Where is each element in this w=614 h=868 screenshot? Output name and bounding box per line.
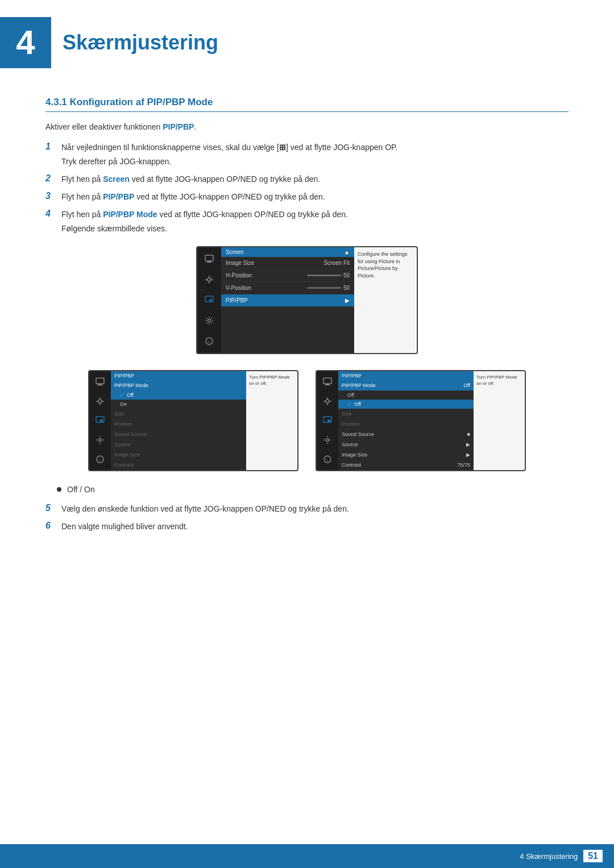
svg-point-3 xyxy=(208,278,211,281)
footer-chapter-label: 4 Skærmjustering xyxy=(520,852,578,861)
osd2-right-header: PIP/PBP xyxy=(338,371,474,380)
osd2-left-pip-mode: PIP/PBP Mode xyxy=(111,380,246,391)
osd-pip-left: i PIP/PBP PIP/PBP Mode ✓ Off On xyxy=(88,370,298,471)
osd-pip-pbp-arrow: ▶ xyxy=(345,297,350,304)
bullet-text: Off / On xyxy=(67,485,95,494)
chapter-title: Skærmjustering xyxy=(63,31,218,55)
svg-text:i: i xyxy=(327,458,328,463)
step-3-bold: PIP/PBP xyxy=(103,192,134,201)
bullet-list: Off / On xyxy=(57,485,569,494)
osd2-right-contrast-label: Contrast xyxy=(342,462,361,468)
osd2-settings-icon xyxy=(94,395,106,408)
svg-point-16 xyxy=(98,400,102,403)
osd2-left-main: PIP/PBP PIP/PBP Mode ✓ Off On Size Posit… xyxy=(111,371,246,470)
step-4-number: 4 xyxy=(45,209,61,219)
osd2-left-pip-mode-label: PIP/PBP Mode xyxy=(114,383,148,388)
step-5-text: Vælg den ønskede funktion ved at flytte … xyxy=(61,503,569,515)
step-1-text: Når vejledningen til funktionsknapperne … xyxy=(61,142,569,168)
osd2-right-sidebar: i xyxy=(317,371,338,470)
step-6: 6 Den valgte mulighed bliver anvendt. xyxy=(45,521,569,533)
screenshot-row-2: i PIP/PBP PIP/PBP Mode ✓ Off On xyxy=(45,370,569,471)
main-content: 4.3.1 Konfiguration af PIP/PBP Mode Akti… xyxy=(0,97,614,533)
chapter-number: 4 xyxy=(16,26,35,60)
osd2r-gear-icon xyxy=(321,434,334,446)
svg-rect-27 xyxy=(326,384,329,385)
intro-text: Aktiver eller deaktiver funktionen xyxy=(45,122,163,131)
osd2-right-source-label: Source xyxy=(342,442,358,447)
page-footer: 4 Skærmjustering 51 xyxy=(0,844,614,868)
step-5: 5 Vælg den ønskede funktion ved at flytt… xyxy=(45,503,569,515)
osd2-info-icon: i xyxy=(94,453,106,466)
step-1: 1 Når vejledningen til funktionsknappern… xyxy=(45,142,569,168)
step-2-text: Flyt hen på Screen ved at flytte JOG-kna… xyxy=(61,173,569,185)
osd-sidebar: i xyxy=(197,247,221,353)
osd2-right-dropdown: Off ✓ Off xyxy=(338,391,474,409)
osd-v-position: V-Position 50 xyxy=(221,282,354,294)
osd2-right-main: PIP/PBP PIP/PBP Mode Off Off ✓ Off Size xyxy=(338,371,474,470)
osd2-left-header: PIP/PBP xyxy=(111,371,246,380)
osd2-right-imagesize-arrow: ▶ xyxy=(466,452,470,458)
intro-suffix: . xyxy=(194,122,196,131)
svg-rect-1 xyxy=(208,261,211,262)
osd2-left-right-panel: Turn PIP/PBP Mode on or off. xyxy=(246,371,297,470)
osd2-right-sound-label: Sound Source xyxy=(342,431,374,437)
osd2r-info-icon: i xyxy=(321,453,334,466)
osd-right-info: Configure the settings for using Picture… xyxy=(354,247,417,353)
h-slider-track xyxy=(307,275,341,276)
osd2-left-source: Source xyxy=(111,439,246,450)
osd2-right-contrast-value: 75/75 xyxy=(457,462,470,468)
step-4-text: Flyt hen på PIP/PBP Mode ved at flytte J… xyxy=(61,209,569,235)
osd2-right-imagesize: Image Size ▶ xyxy=(338,450,474,460)
step-5-number: 5 xyxy=(45,503,61,513)
pip-icon xyxy=(203,294,215,306)
osd2-left-size: Size xyxy=(111,409,246,419)
osd2-pip-icon xyxy=(94,414,106,427)
svg-point-29 xyxy=(326,400,329,403)
osd2r-monitor-icon xyxy=(321,376,334,388)
osd-screen-header: Screen ▲ xyxy=(221,247,354,257)
osd2r-checkmark: ✓ xyxy=(347,401,352,407)
osd2r-off-option: Off xyxy=(338,391,474,400)
gear-icon xyxy=(203,314,215,327)
svg-point-36 xyxy=(326,439,329,442)
svg-rect-14 xyxy=(98,384,102,385)
osd2-left-imagesize: Image Size xyxy=(111,450,246,460)
osd-pip-pbp: PIP/PBP ▶ xyxy=(221,294,354,307)
step-2: 2 Flyt hen på Screen ved at flytte JOG-k… xyxy=(45,173,569,185)
osd2-right-imagesize-label: Image Size xyxy=(342,452,367,458)
osd2-monitor-icon xyxy=(94,376,106,388)
osd2-right-source-arrow: ▶ xyxy=(466,442,470,447)
step-2-bold: Screen xyxy=(103,175,130,184)
osd2r-pip-icon xyxy=(321,414,334,427)
svg-rect-15 xyxy=(97,385,103,385)
section-heading: 4.3.1 Konfiguration af PIP/PBP Mode xyxy=(45,97,569,112)
osd2-on-option: On xyxy=(111,400,246,409)
osd2-left-contrast: Contrast xyxy=(111,460,246,470)
osd2-right-panel-text: Turn PIP/PBP Mode on or off. xyxy=(476,375,517,386)
osd-main-panel: Screen ▲ Image Size Screen Fit H-Positio… xyxy=(221,247,354,353)
step-6-number: 6 xyxy=(45,521,61,531)
osd-v-position-value: 50 xyxy=(343,285,350,291)
intro-bold: PIP/PBP xyxy=(163,122,194,131)
osd2-right-pip-mode: PIP/PBP Mode Off xyxy=(338,380,474,391)
monitor-icon xyxy=(203,253,215,265)
screenshot-row-1: i Screen ▲ Image Size Screen Fit H-Posit… xyxy=(45,246,569,354)
svg-rect-0 xyxy=(205,255,213,261)
osd2-off-option: ✓ Off xyxy=(111,391,246,400)
osd2r-on-label: Off xyxy=(354,401,361,407)
osd2-off-label: Off xyxy=(127,392,134,398)
osd2-right-position: Position xyxy=(338,419,474,429)
step-3: 3 Flyt hen på PIP/PBP ved at flytte JOG-… xyxy=(45,191,569,203)
osd-up-arrow: ▲ xyxy=(344,249,350,255)
osd2-checkmark: ✓ xyxy=(120,392,125,398)
osd2r-settings-icon xyxy=(321,395,334,408)
osd2-on-label: On xyxy=(120,401,127,407)
settings-icon xyxy=(203,273,215,286)
step-1-sub: Tryk derefter på JOG-knappen. xyxy=(61,156,569,168)
osd2r-on-option: ✓ Off xyxy=(338,400,474,409)
osd-right-info-text: Configure the settings for using Picture… xyxy=(358,251,408,279)
svg-rect-13 xyxy=(96,378,104,384)
osd2-right-sound: Sound Source ■ xyxy=(338,429,474,439)
section-number: 4.3.1 xyxy=(45,97,67,107)
steps-list: 1 Når vejledningen til funktionsknappern… xyxy=(45,142,569,235)
